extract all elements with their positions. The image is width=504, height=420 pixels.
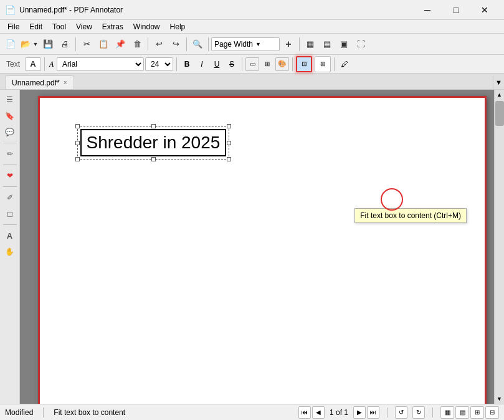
sidebar-divider-2	[3, 165, 17, 165]
close-button[interactable]: ✕	[470, 0, 499, 20]
document-page: Shredder in 2025 ✋	[38, 96, 487, 404]
open-button[interactable]: 📂	[19, 36, 32, 52]
text-box-selection[interactable]: Shredder in 2025	[77, 126, 230, 160]
handle-top-right[interactable]	[227, 124, 231, 128]
status-sep-1	[43, 408, 44, 418]
fit-text-tooltip: Fit text box to content (Ctrl+M)	[354, 208, 467, 223]
find-button[interactable]: 🔍	[189, 36, 206, 52]
handle-top-left[interactable]	[75, 124, 80, 128]
separator-4	[208, 37, 209, 51]
status-bar: Modified Fit text box to content ⏮ ◀ 1 o…	[0, 404, 504, 420]
title-bar: 📄 Unnamed.pdf* - PDF Annotator ─ □ ✕	[0, 0, 504, 20]
print-button[interactable]: 🖨	[57, 36, 73, 52]
text-align-button[interactable]: ⊞	[260, 57, 274, 71]
scroll-down-button[interactable]: ▼	[495, 394, 505, 404]
underline-button[interactable]: U	[210, 57, 224, 71]
separator-3	[186, 37, 187, 51]
view-mode-3-button[interactable]: ⊞	[470, 406, 484, 419]
scroll-thumb[interactable]	[495, 101, 504, 126]
menu-tool[interactable]: Tool	[47, 21, 71, 32]
separator-2	[148, 37, 148, 51]
copy-button[interactable]: 📋	[95, 36, 112, 52]
sidebar-comment-button[interactable]: 💬	[2, 125, 17, 140]
delete-button[interactable]: 🗑	[129, 36, 145, 52]
menu-window[interactable]: Window	[128, 21, 165, 32]
view-fullscreen-button[interactable]: ⛶	[353, 36, 369, 52]
scroll-up-button[interactable]: ▲	[495, 90, 505, 100]
text-box-content[interactable]: Shredder in 2025	[80, 129, 227, 156]
fit-icon: ⊡	[302, 60, 307, 67]
strikethrough-button[interactable]: S	[225, 57, 239, 71]
handle-middle-left[interactable]	[75, 141, 80, 145]
sidebar-pencil-button[interactable]: ✏	[2, 146, 17, 161]
vertical-scrollbar[interactable]: ▲ ▼	[494, 90, 504, 404]
menu-file[interactable]: File	[2, 21, 24, 32]
view-mode-2-button[interactable]: ▤	[455, 406, 469, 419]
tab-close-button[interactable]: ×	[64, 79, 67, 86]
zoom-dropdown[interactable]: Page Width ▼	[211, 37, 280, 51]
rotate-left-button[interactable]: ↺	[395, 406, 407, 419]
menu-view[interactable]: View	[71, 21, 97, 32]
text-box-outline-button[interactable]: ▭	[245, 57, 259, 71]
stamp-button[interactable]: 🖊	[338, 57, 351, 71]
maximize-button[interactable]: □	[442, 0, 470, 20]
window-controls: ─ □ ✕	[413, 0, 499, 20]
handle-middle-right[interactable]	[227, 141, 231, 145]
view-mode-1-button[interactable]: ▦	[440, 406, 454, 419]
minimize-button[interactable]: ─	[413, 0, 442, 20]
next-page-button[interactable]: ▶	[353, 406, 366, 419]
save-button[interactable]: 💾	[40, 36, 56, 52]
status-sep-2	[387, 408, 388, 418]
handle-bottom-middle[interactable]	[151, 157, 156, 161]
sidebar-eraser-button[interactable]: ◻	[2, 206, 17, 221]
sidebar-divider-1	[3, 143, 17, 143]
open-dropdown[interactable]: ▼	[32, 36, 39, 52]
document-area: Shredder in 2025 ✋ Fit text box to conte…	[20, 90, 504, 404]
document-tab[interactable]: Unnamed.pdf* ×	[5, 75, 74, 89]
sidebar-thumbnail-button[interactable]: ☰	[2, 92, 17, 107]
window-title: Unnamed.pdf* - PDF Annotator	[19, 6, 413, 14]
zoom-label: Page Width	[214, 40, 253, 49]
sidebar-hand-button[interactable]: ✋	[2, 244, 17, 259]
separator-5	[299, 37, 300, 51]
sidebar-heart-button[interactable]: ❤	[2, 168, 17, 183]
sidebar-edit-button[interactable]: ✐	[2, 190, 17, 205]
menu-edit[interactable]: Edit	[24, 21, 47, 32]
redo-button[interactable]: ↪	[168, 36, 184, 52]
fill-color-button[interactable]: 🎨	[275, 57, 289, 71]
handle-bottom-left[interactable]	[75, 157, 80, 161]
paste-button[interactable]: 📌	[112, 36, 128, 52]
undo-button[interactable]: ↩	[151, 36, 167, 52]
text-color-button[interactable]: A	[25, 57, 41, 71]
menu-help[interactable]: Help	[165, 21, 191, 32]
bold-button[interactable]: B	[180, 57, 194, 71]
handle-top-middle[interactable]	[151, 124, 156, 128]
new-button[interactable]: 📄	[2, 36, 19, 52]
view-panel-button[interactable]: ▣	[336, 36, 352, 52]
left-sidebar: ☰ 🔖 💬 ✏ ❤ ✐ ◻ A ✋	[0, 90, 20, 404]
page-indicator: 1 of 1	[326, 408, 352, 417]
tab-bar: Unnamed.pdf* × ▼	[0, 74, 504, 90]
font-size-select[interactable]: 24	[145, 57, 173, 71]
sidebar-bookmark-button[interactable]: 🔖	[2, 108, 17, 123]
prev-page-button[interactable]: ◀	[312, 406, 325, 419]
handle-bottom-right[interactable]	[227, 157, 231, 161]
font-family-select[interactable]: Arial	[57, 57, 144, 71]
view-mode-4-button[interactable]: ⊟	[485, 406, 499, 419]
italic-button[interactable]: I	[195, 57, 209, 71]
auto-size-button[interactable]: ⊞	[315, 56, 331, 72]
font-icon: 𝐴	[49, 59, 54, 69]
menu-extras[interactable]: Extras	[97, 21, 128, 32]
zoom-add-button[interactable]: +	[280, 36, 297, 52]
fit-text-to-content-button[interactable]: ⊡	[296, 56, 312, 72]
cut-button[interactable]: ✂	[78, 36, 95, 52]
last-page-button[interactable]: ⏭	[367, 406, 379, 419]
first-page-button[interactable]: ⏮	[298, 406, 311, 419]
sidebar-text-button[interactable]: A	[2, 228, 17, 243]
sidebar-divider-3	[3, 186, 17, 187]
rotate-right-button[interactable]: ↻	[412, 406, 425, 419]
view-scroll-button[interactable]: ▤	[319, 36, 335, 52]
tab-overflow-button[interactable]: ▼	[493, 75, 504, 89]
sep-t5	[334, 57, 335, 71]
view-single-button[interactable]: ▦	[302, 36, 318, 52]
